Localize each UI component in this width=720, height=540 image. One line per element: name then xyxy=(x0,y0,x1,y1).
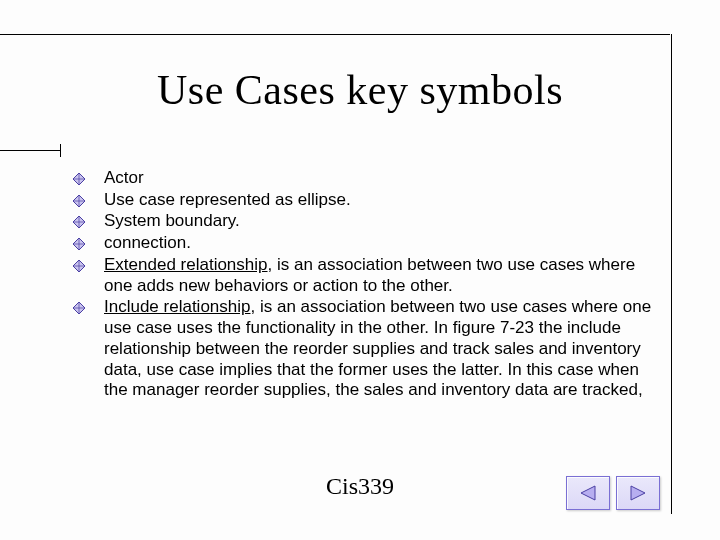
list-item: Extended relationship, is an association… xyxy=(72,255,652,296)
prev-button[interactable] xyxy=(566,476,610,510)
diamond-bullet-icon xyxy=(72,236,90,250)
list-item: System boundary. xyxy=(72,211,652,232)
bullet-text: Extended relationship, is an association… xyxy=(104,255,652,296)
bullet-text: Include relationship, is an association … xyxy=(104,297,652,401)
slide: Use Cases key symbols Actor Use case rep… xyxy=(0,0,720,540)
diamond-bullet-icon xyxy=(72,193,90,207)
triangle-left-icon xyxy=(577,484,599,502)
list-item: Use case represented as ellipse. xyxy=(72,190,652,211)
diamond-bullet-icon xyxy=(72,258,90,272)
bullet-list: Actor Use case represented as ellipse. S… xyxy=(72,168,652,402)
rule-mid xyxy=(0,150,60,151)
list-item: Actor xyxy=(72,168,652,189)
diamond-bullet-icon xyxy=(72,171,90,185)
nav-controls xyxy=(566,476,660,510)
diamond-bullet-icon xyxy=(72,214,90,228)
svg-marker-18 xyxy=(581,486,595,500)
bullet-text: connection. xyxy=(104,233,652,254)
bullet-text: System boundary. xyxy=(104,211,652,232)
bullet-text: Use case represented as ellipse. xyxy=(104,190,652,211)
diamond-bullet-icon xyxy=(72,300,90,314)
rule-mid-tick xyxy=(60,144,61,157)
rule-top xyxy=(0,34,670,35)
rule-right xyxy=(671,34,672,514)
triangle-right-icon xyxy=(627,484,649,502)
list-item: Include relationship, is an association … xyxy=(72,297,652,401)
svg-marker-19 xyxy=(631,486,645,500)
bullet-lead: Include relationship xyxy=(104,297,250,316)
next-button[interactable] xyxy=(616,476,660,510)
list-item: connection. xyxy=(72,233,652,254)
bullet-text: Actor xyxy=(104,168,652,189)
bullet-lead: Extended relationship xyxy=(104,255,268,274)
page-title: Use Cases key symbols xyxy=(50,66,670,114)
